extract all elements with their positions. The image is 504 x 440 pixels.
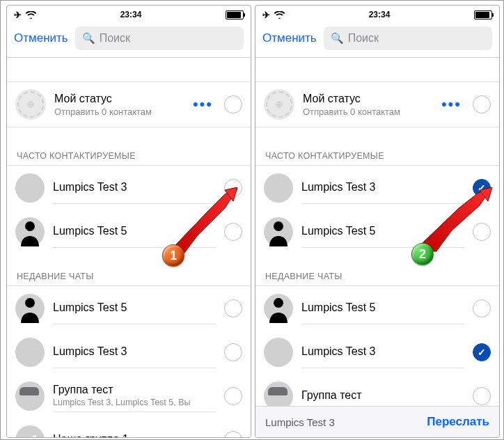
status-avatar <box>264 89 294 120</box>
contact-name: Группа тест <box>53 384 213 396</box>
svg-point-1 <box>25 221 35 231</box>
more-icon[interactable]: ••• <box>439 95 464 113</box>
section-frequent: ЧАСТО КОНТАКТИРУЕМЫЕ <box>7 147 251 166</box>
row-checkbox[interactable] <box>224 223 242 241</box>
list-item[interactable]: Lumpics Test 5 <box>255 286 499 330</box>
contact-name: Lumpics Test 3 <box>301 345 462 358</box>
forward-button[interactable]: Переслать <box>427 415 489 429</box>
list-item[interactable]: Lumpics Test 5 <box>255 210 499 253</box>
row-checkbox[interactable] <box>473 387 491 405</box>
my-status-row[interactable]: Мой статус Отправить 0 контактам ••• <box>7 81 251 127</box>
status-title: Мой статус <box>303 93 430 105</box>
avatar <box>15 338 45 367</box>
battery-icon <box>474 10 492 19</box>
svg-point-4 <box>274 221 283 231</box>
row-checkbox[interactable] <box>224 343 242 361</box>
my-status-row[interactable]: Мой статус Отправить 0 контактам ••• <box>255 81 499 127</box>
contact-name: Lumpics Test 5 <box>301 225 462 237</box>
svg-point-2 <box>25 298 35 308</box>
status-subtitle: Отправить 0 контактам <box>303 107 430 117</box>
list-item[interactable]: Группа тест Lumpics Test 3, Lumpics Test… <box>7 374 251 418</box>
camera-plus-icon <box>273 98 285 111</box>
search-icon: 🔍 <box>331 32 344 45</box>
section-frequent: ЧАСТО КОНТАКТИРУЕМЫЕ <box>255 147 499 166</box>
list-item[interactable]: Lumpics Test 3 <box>7 166 251 210</box>
list-item[interactable]: Наша группа 1 <box>7 418 251 437</box>
status-title: Мой статус <box>54 93 182 105</box>
avatar <box>264 217 293 246</box>
contact-name: Lumpics Test 5 <box>53 225 213 237</box>
list-item[interactable]: Lumpics Test 5 <box>7 210 251 253</box>
nav-row: Отменить 🔍 Поиск <box>255 22 499 58</box>
status-subtitle: Отправить 0 контактам <box>54 107 182 117</box>
row-checkbox[interactable] <box>473 343 491 361</box>
camera-plus-icon <box>24 98 37 111</box>
annotation-badge-1: 1 <box>162 244 184 267</box>
contact-name: Lumpics Test 5 <box>53 301 213 314</box>
status-avatar <box>15 89 46 120</box>
search-input[interactable]: 🔍 Поиск <box>324 26 492 50</box>
forward-bar: Lumpics Test 3 Переслать <box>255 406 499 437</box>
wifi-icon <box>26 11 36 19</box>
row-checkbox[interactable] <box>473 179 491 197</box>
avatar <box>15 173 45 203</box>
avatar <box>264 173 293 203</box>
avatar <box>15 382 45 411</box>
status-checkbox[interactable] <box>224 95 242 113</box>
annotation-badge-2: 2 <box>411 243 434 265</box>
nav-row: Отменить 🔍 Поиск <box>7 22 251 58</box>
row-checkbox[interactable] <box>224 387 242 405</box>
list-item[interactable]: Lumpics Test 3 <box>7 330 251 374</box>
row-checkbox[interactable] <box>224 179 242 197</box>
airplane-mode-icon: ✈ <box>14 10 22 20</box>
search-icon: 🔍 <box>82 32 95 45</box>
more-icon[interactable]: ••• <box>190 95 216 113</box>
clock: 23:34 <box>369 10 391 19</box>
contact-name: Lumpics Test 3 <box>301 181 462 194</box>
svg-point-5 <box>274 298 283 308</box>
row-checkbox[interactable] <box>224 299 242 317</box>
status-checkbox[interactable] <box>473 95 491 113</box>
contact-name: Наша группа 1 <box>53 433 213 437</box>
battery-icon <box>226 10 244 19</box>
avatar <box>264 338 293 367</box>
cancel-button[interactable]: Отменить <box>262 31 317 45</box>
phone-before: ✈ 23:34 Отменить 🔍 Поиск Мой статус Отпр… <box>6 5 251 438</box>
cancel-button[interactable]: Отменить <box>14 31 68 45</box>
contact-name: Lumpics Test 3 <box>53 345 213 358</box>
row-checkbox[interactable] <box>473 299 491 317</box>
row-checkbox[interactable] <box>473 223 491 241</box>
list-item[interactable]: Lumpics Test 3 <box>255 330 499 374</box>
contact-name: Lumpics Test 3 <box>53 181 213 194</box>
section-recent: НЕДАВНИЕ ЧАТЫ <box>7 267 251 286</box>
list-item[interactable]: Lumpics Test 5 <box>7 286 251 330</box>
list-item[interactable]: Lumpics Test 3 <box>255 166 499 210</box>
wifi-icon <box>274 11 285 19</box>
search-placeholder: Поиск <box>100 32 130 45</box>
row-checkbox[interactable] <box>224 431 242 438</box>
status-bar: ✈ 23:34 <box>7 6 251 22</box>
avatar <box>15 425 45 438</box>
search-input[interactable]: 🔍 Поиск <box>75 26 244 50</box>
search-placeholder: Поиск <box>348 32 379 45</box>
clock: 23:34 <box>120 10 142 19</box>
status-bar: ✈ 23:34 <box>255 6 499 22</box>
contact-name: Lumpics Test 5 <box>301 301 462 314</box>
contact-name: Группа тест <box>301 389 462 402</box>
phone-after: ✈ 23:34 Отменить 🔍 Поиск Мой статус Отпр… <box>255 5 500 438</box>
avatar <box>15 217 45 246</box>
avatar <box>15 294 45 323</box>
forward-selected-name: Lumpics Test 3 <box>265 416 335 428</box>
airplane-mode-icon: ✈ <box>262 10 270 20</box>
contact-sub: Lumpics Test 3, Lumpics Test 5, Вы <box>53 398 213 407</box>
avatar <box>264 294 293 323</box>
section-recent: НЕДАВНИЕ ЧАТЫ <box>255 267 499 286</box>
